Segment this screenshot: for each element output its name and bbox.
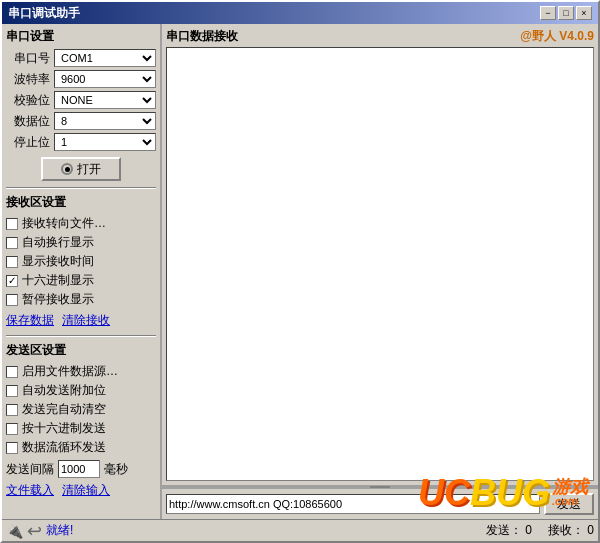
recv-count-label: 接收： 0 bbox=[548, 522, 594, 539]
send-interval-row: 发送间隔 毫秒 bbox=[6, 460, 156, 478]
right-panel: 串口数据接收 @野人 V4.0.9 发送 bbox=[162, 24, 598, 519]
recv-checkbox-4[interactable] bbox=[6, 294, 18, 306]
watermark-bug: BUG bbox=[470, 475, 550, 511]
recv-textarea[interactable] bbox=[166, 47, 594, 481]
send-option-0: 启用文件数据源… bbox=[6, 363, 156, 380]
send-checkbox-3[interactable] bbox=[6, 423, 18, 435]
port-label: 串口号 bbox=[6, 50, 50, 67]
recv-option-label-0: 接收转向文件… bbox=[22, 215, 106, 232]
recv-title: 串口数据接收 bbox=[166, 28, 238, 45]
status-arrow-icon: ↩ bbox=[27, 520, 42, 542]
recv-option-label-4: 暂停接收显示 bbox=[22, 291, 94, 308]
version-text: @野人 V4.0.9 bbox=[520, 28, 594, 45]
baud-row: 波特率 9600 19200 115200 bbox=[6, 70, 156, 88]
main-content: 串口设置 串口号 COM1 COM2 COM3 波特率 9600 19200 1… bbox=[2, 24, 598, 519]
recv-option-3: 十六进制显示 bbox=[6, 272, 156, 289]
recv-option-label-1: 自动换行显示 bbox=[22, 234, 94, 251]
recv-header: 串口数据接收 @野人 V4.0.9 bbox=[166, 28, 594, 45]
watermark-game: 游戏 .com bbox=[550, 478, 588, 511]
send-option-2: 发送完自动清空 bbox=[6, 401, 156, 418]
save-data-link[interactable]: 保存数据 bbox=[6, 312, 54, 329]
recv-checkbox-1[interactable] bbox=[6, 237, 18, 249]
port-row: 串口号 COM1 COM2 COM3 bbox=[6, 49, 156, 67]
parity-row: 校验位 NONE ODD EVEN bbox=[6, 91, 156, 109]
stopbits-select[interactable]: 1 2 bbox=[54, 133, 156, 151]
recv-option-4: 暂停接收显示 bbox=[6, 291, 156, 308]
databits-label: 数据位 bbox=[6, 113, 50, 130]
maximize-button[interactable]: □ bbox=[558, 6, 574, 20]
send-option-3: 按十六进制发送 bbox=[6, 420, 156, 437]
databits-select[interactable]: 8 7 bbox=[54, 112, 156, 130]
stopbits-row: 停止位 1 2 bbox=[6, 133, 156, 151]
recv-option-label-2: 显示接收时间 bbox=[22, 253, 94, 270]
serial-settings-title: 串口设置 bbox=[6, 28, 156, 45]
recv-checkbox-2[interactable] bbox=[6, 256, 18, 268]
recv-settings-title: 接收区设置 bbox=[6, 194, 156, 211]
send-option-label-2: 发送完自动清空 bbox=[22, 401, 106, 418]
send-option-4: 数据流循环发送 bbox=[6, 439, 156, 456]
stopbits-label: 停止位 bbox=[6, 134, 50, 151]
recv-option-2: 显示接收时间 bbox=[6, 253, 156, 270]
open-port-button[interactable]: 打开 bbox=[41, 157, 121, 181]
send-option-label-3: 按十六进制发送 bbox=[22, 420, 106, 437]
minimize-button[interactable]: − bbox=[540, 6, 556, 20]
parity-select[interactable]: NONE ODD EVEN bbox=[54, 91, 156, 109]
window-title: 串口调试助手 bbox=[8, 5, 80, 22]
title-bar: 串口调试助手 − □ × bbox=[2, 2, 598, 24]
watermark-game-text: 游戏 bbox=[552, 478, 588, 496]
send-links: 文件载入 清除输入 bbox=[6, 482, 156, 499]
send-checkbox-1[interactable] bbox=[6, 385, 18, 397]
send-option-label-1: 自动发送附加位 bbox=[22, 382, 106, 399]
status-plug-icon: 🔌 bbox=[6, 523, 23, 539]
databits-row: 数据位 8 7 bbox=[6, 112, 156, 130]
recv-checkbox-0[interactable] bbox=[6, 218, 18, 230]
send-checkbox-2[interactable] bbox=[6, 404, 18, 416]
recv-option-1: 自动换行显示 bbox=[6, 234, 156, 251]
send-settings-title: 发送区设置 bbox=[6, 342, 156, 359]
file-load-link[interactable]: 文件载入 bbox=[6, 482, 54, 499]
status-bar: 🔌 ↩ 就绪! 发送： 0 接收： 0 bbox=[2, 519, 598, 541]
baud-select[interactable]: 9600 19200 115200 bbox=[54, 70, 156, 88]
recv-option-0: 接收转向文件… bbox=[6, 215, 156, 232]
main-window: 串口调试助手 − □ × 串口设置 串口号 COM1 COM2 COM3 波特率 bbox=[0, 0, 600, 543]
recv-links: 保存数据 清除接收 bbox=[6, 312, 156, 329]
port-select[interactable]: COM1 COM2 COM3 bbox=[54, 49, 156, 67]
send-option-1: 自动发送附加位 bbox=[6, 382, 156, 399]
interval-label: 发送间隔 bbox=[6, 461, 54, 478]
status-counts: 发送： 0 接收： 0 bbox=[486, 522, 594, 539]
open-port-label: 打开 bbox=[77, 161, 101, 178]
watermark-uc: UC bbox=[418, 475, 470, 511]
interval-unit: 毫秒 bbox=[104, 461, 128, 478]
recv-label: 接收： bbox=[548, 523, 584, 537]
send-count-label: 发送： 0 bbox=[486, 522, 532, 539]
open-radio-icon bbox=[61, 163, 73, 175]
recv-option-label-3: 十六进制显示 bbox=[22, 272, 94, 289]
divider-1 bbox=[6, 187, 156, 188]
send-option-label-4: 数据流循环发送 bbox=[22, 439, 106, 456]
close-button[interactable]: × bbox=[576, 6, 592, 20]
parity-label: 校验位 bbox=[6, 92, 50, 109]
clear-recv-link[interactable]: 清除接收 bbox=[62, 312, 110, 329]
send-checkbox-0[interactable] bbox=[6, 366, 18, 378]
divider-2 bbox=[6, 335, 156, 336]
send-label: 发送： bbox=[486, 523, 522, 537]
left-panel: 串口设置 串口号 COM1 COM2 COM3 波特率 9600 19200 1… bbox=[2, 24, 162, 519]
recv-value: 0 bbox=[587, 523, 594, 537]
send-value: 0 bbox=[525, 523, 532, 537]
status-text: 就绪! bbox=[46, 522, 73, 539]
send-option-label-0: 启用文件数据源… bbox=[22, 363, 118, 380]
baud-label: 波特率 bbox=[6, 71, 50, 88]
recv-area-container: 串口数据接收 @野人 V4.0.9 bbox=[162, 24, 598, 485]
watermark-com: .com bbox=[552, 496, 588, 507]
watermark: UC BUG 游戏 .com bbox=[418, 475, 588, 511]
recv-checkbox-3[interactable] bbox=[6, 275, 18, 287]
send-checkbox-4[interactable] bbox=[6, 442, 18, 454]
interval-input[interactable] bbox=[58, 460, 100, 478]
window-controls: − □ × bbox=[540, 6, 592, 20]
clear-input-link[interactable]: 清除输入 bbox=[62, 482, 110, 499]
